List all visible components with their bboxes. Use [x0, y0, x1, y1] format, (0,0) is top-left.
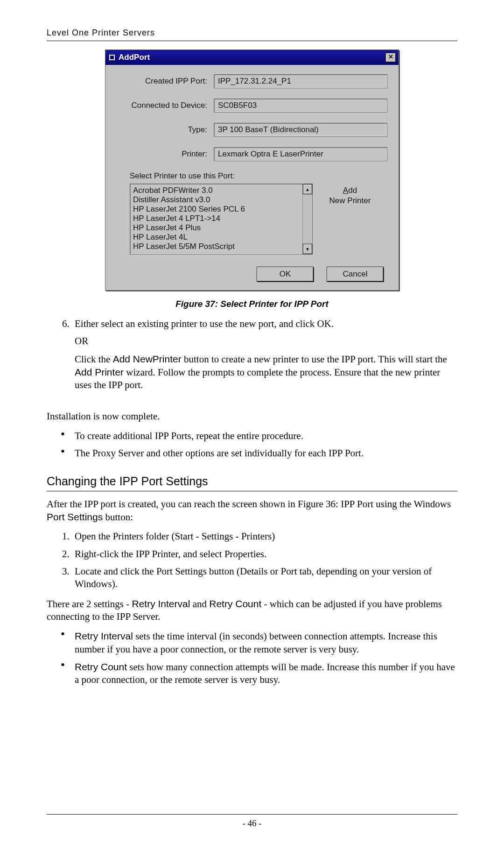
type-label: Type: — [117, 125, 214, 135]
list-item[interactable]: HP LaserJet 4 LPT1->14 — [133, 214, 300, 223]
close-button[interactable]: ✕ — [385, 53, 396, 62]
app-icon — [108, 54, 116, 61]
scroll-track[interactable] — [303, 194, 312, 244]
type-value: 3P 100 BaseT (Bidirectional) — [214, 123, 387, 137]
list-item[interactable]: HP LaserJet 2100 Series PCL 6 — [133, 205, 300, 214]
printer-label: Printer: — [117, 149, 214, 159]
printer-listbox[interactable]: Acrobat PDFWriter 3.0 Distiller Assistan… — [130, 184, 313, 255]
page-number: - 46 - — [242, 818, 261, 828]
page-footer: - 46 - — [47, 814, 457, 829]
after-para: After the IPP port is created, you can r… — [47, 498, 457, 524]
addport-dialog: AddPort ✕ Created IPP Port: IPP_172.31.2… — [105, 50, 399, 291]
list-item[interactable]: HP LaserJet 4 Plus — [133, 223, 300, 233]
listbox-scrollbar[interactable]: ▲ ▼ — [302, 184, 312, 254]
step-2: Right-click the IPP Printer, and select … — [72, 548, 457, 560]
connected-device-value: SC0B5F03 — [214, 99, 387, 113]
list-item[interactable]: Acrobat PDFWriter 3.0 — [133, 186, 300, 195]
select-printer-label: Select Printer to use this Port: — [130, 171, 387, 181]
scroll-up-icon[interactable]: ▲ — [303, 184, 312, 194]
svg-rect-1 — [110, 56, 114, 59]
cancel-button[interactable]: Cancel — [327, 267, 384, 282]
step-3: Locate and click the Port Settings butto… — [72, 565, 457, 591]
printer-value: Lexmark Optra E LaserPrinter — [214, 147, 387, 161]
step-6: Either select an existing printer to use… — [72, 318, 457, 330]
figure-caption: Figure 37: Select Printer for IPP Port — [47, 299, 457, 309]
addnew-hotkey: A — [343, 186, 348, 195]
step-6-or: OR — [75, 335, 457, 347]
step-1: Open the Printers folder (Start - Settin… — [72, 530, 457, 543]
install-complete: Installation is now complete. — [47, 410, 457, 423]
created-ipp-value[interactable]: IPP_172.31.2.24_P1 — [214, 74, 387, 88]
bullet: To create additional IPP Ports, repeat t… — [75, 430, 457, 442]
dialog-title: AddPort — [119, 53, 150, 62]
section-heading: Changing the IPP Port Settings — [47, 474, 457, 491]
page-header: Level One Printer Servers — [47, 28, 457, 41]
list-item[interactable]: HP LaserJet 4L — [133, 233, 300, 242]
ok-button[interactable]: OK — [257, 267, 314, 282]
titlebar: AddPort ✕ — [105, 50, 399, 65]
connected-device-label: Connected to Device: — [117, 101, 214, 110]
bullet: The Proxy Server and other options are s… — [75, 447, 457, 460]
created-ipp-label: Created IPP Port: — [117, 77, 214, 86]
settings-para: There are 2 settings - Retry Interval an… — [47, 597, 457, 624]
dialog-figure: AddPort ✕ Created IPP Port: IPP_172.31.2… — [105, 50, 399, 291]
list-item[interactable]: HP LaserJet 5/5M PostScript — [133, 242, 300, 251]
list-item[interactable]: Distiller Assistant v3.0 — [133, 195, 300, 205]
step-6-cont: Click the Add NewPrinter button to creat… — [75, 353, 457, 392]
bullet-retry-interval: Retry Interval sets the time interval (i… — [75, 630, 457, 656]
scroll-down-icon[interactable]: ▼ — [303, 244, 312, 254]
bullet-retry-count: Retry Count sets how many connection att… — [75, 660, 457, 687]
add-new-printer-link[interactable]: Add New Printer — [313, 184, 387, 206]
